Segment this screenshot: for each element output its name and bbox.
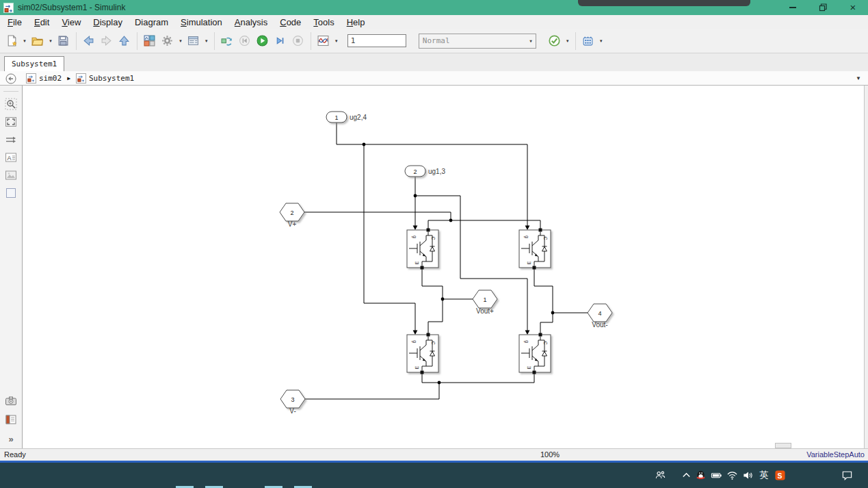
screenshot-camera-icon[interactable] <box>5 395 17 407</box>
emitter-port[interactable] <box>421 371 424 374</box>
dropdown-caret-icon[interactable]: ▼ <box>202 39 211 43</box>
dropdown-caret-icon[interactable]: ▼ <box>332 39 341 43</box>
menu-tools[interactable]: Tools <box>307 16 340 28</box>
window-title: sim02/Subsystem1 - Simulink <box>18 3 125 12</box>
dropdown-caret-icon[interactable]: ▼ <box>564 39 572 43</box>
restore-button[interactable] <box>808 0 838 15</box>
dropdown-caret-icon[interactable]: ▼ <box>21 39 29 43</box>
inport-ug2-4[interactable]: 1ug2,4 <box>326 112 367 123</box>
menu-edit[interactable]: Edit <box>28 16 55 28</box>
menu-file[interactable]: File <box>1 16 28 28</box>
tray-speaker-icon[interactable] <box>741 468 754 482</box>
igbt-bottom-left[interactable]: gCE <box>407 333 438 374</box>
emitter-port[interactable] <box>533 371 536 374</box>
dropdown-caret-icon[interactable]: ▼ <box>597 39 605 43</box>
canvas-scrollbar-corner[interactable] <box>775 443 791 448</box>
hide-explorer-bar-button[interactable] <box>5 73 17 85</box>
nav-back-button[interactable] <box>80 32 98 50</box>
stop-time-input[interactable] <box>347 34 406 47</box>
tray-ime-indicator[interactable]: 英 <box>757 468 771 482</box>
inport-ug1-3[interactable]: 2ug1,3 <box>405 166 445 177</box>
svg-text:S: S <box>777 472 782 479</box>
model-advisor-button[interactable] <box>546 32 564 50</box>
breadcrumb-item-sim02[interactable]: sim02 <box>25 73 63 84</box>
tray-sogou-icon[interactable]: S <box>773 468 787 482</box>
collector-port[interactable] <box>539 229 542 232</box>
new-model-button[interactable] <box>3 32 21 50</box>
wire-v-plus[interactable] <box>304 212 540 230</box>
toolbar-separator <box>575 32 576 50</box>
sim-mode-select[interactable]: Normal▼ <box>419 34 536 49</box>
menu-simulation[interactable]: Simulation <box>174 16 228 28</box>
tray-action-center-icon[interactable] <box>840 468 854 482</box>
zoom-level: 100% <box>540 450 560 459</box>
model-settings-gear-button[interactable] <box>159 32 176 50</box>
connport-vout-plus[interactable]: 1Vout+ <box>473 290 497 315</box>
build-code-button[interactable] <box>579 32 597 50</box>
collector-label: C <box>431 237 436 240</box>
wire-vout-plus[interactable] <box>422 268 473 335</box>
collector-port[interactable] <box>427 333 430 337</box>
more-tools-icon[interactable]: » <box>5 433 17 445</box>
igbt-top-left[interactable]: gCE <box>407 229 438 270</box>
tab-subsystem1[interactable]: Subsystem1 <box>4 56 64 71</box>
annotation-tool-icon[interactable]: A <box>5 151 17 164</box>
tray-battery-icon[interactable] <box>709 468 723 482</box>
igbt-bottom-right[interactable]: gCE <box>519 333 551 374</box>
menu-analysis[interactable]: Analysis <box>228 16 274 28</box>
direction-arrows-icon[interactable] <box>5 133 17 146</box>
connport-v-minus[interactable]: 3V- <box>280 390 305 415</box>
minimize-button[interactable] <box>778 0 808 15</box>
connport-vout-minus[interactable]: 4Vout- <box>588 304 612 329</box>
nav-up-button[interactable] <box>116 32 133 50</box>
image-tool-icon[interactable] <box>5 169 17 181</box>
menu-diagram[interactable]: Diagram <box>129 16 174 28</box>
menu-display[interactable]: Display <box>87 16 129 28</box>
breadcrumb: sim02▶Subsystem1 <box>0 71 868 86</box>
model-browser-icon[interactable] <box>5 413 17 426</box>
breadcrumb-dropdown-icon[interactable]: ▼ <box>856 75 861 81</box>
solver-link[interactable]: VariableStepAuto <box>806 450 865 459</box>
tray-qq-icon[interactable] <box>694 468 707 482</box>
connport-v-plus[interactable]: 2V+ <box>280 203 304 228</box>
emitter-port[interactable] <box>421 266 424 270</box>
emitter-port[interactable] <box>533 266 536 270</box>
close-button[interactable]: × <box>838 0 868 15</box>
step-forward-button[interactable] <box>272 32 289 50</box>
breadcrumb-item-subsystem1[interactable]: Subsystem1 <box>75 73 135 84</box>
zoom-tool-icon[interactable] <box>5 98 17 110</box>
port-number: 1 <box>334 114 338 121</box>
collector-port[interactable] <box>427 229 430 232</box>
update-diagram-button[interactable] <box>218 32 236 50</box>
dropdown-caret-icon[interactable]: ▼ <box>176 39 185 43</box>
tray-wifi-icon[interactable] <box>725 468 739 482</box>
menu-view[interactable]: View <box>55 16 87 28</box>
menu-help[interactable]: Help <box>341 16 371 28</box>
windows-taskbar: eW英S23:502019/5/25 <box>0 463 868 488</box>
wire-vout-minus[interactable] <box>534 268 588 335</box>
save-model-button[interactable] <box>55 32 73 50</box>
open-model-button[interactable] <box>29 32 47 50</box>
wire-v-minus[interactable] <box>305 372 534 399</box>
tray-people-icon[interactable] <box>653 468 667 482</box>
data-inspector-button[interactable] <box>315 32 332 50</box>
fit-to-view-icon[interactable] <box>5 116 17 128</box>
close-icon: × <box>850 0 856 15</box>
emitter-label: E <box>527 261 531 264</box>
collector-port[interactable] <box>539 333 542 337</box>
nav-forward-button[interactable] <box>98 32 116 50</box>
tool-palette: A» <box>0 86 22 448</box>
igbt-top-right[interactable]: gCE <box>519 229 551 270</box>
run-button[interactable] <box>254 32 272 50</box>
port-label: Vout- <box>592 321 607 329</box>
dropdown-caret-icon[interactable]: ▼ <box>47 39 55 43</box>
diagram-canvas[interactable]: gCEgCEgCEgCE 1ug2,42ug1,32V+3V-1Vout+4Vo… <box>23 86 865 448</box>
stop-button[interactable] <box>289 32 307 50</box>
step-back-button[interactable] <box>236 32 254 50</box>
library-browser-button[interactable] <box>141 32 159 50</box>
model-canvas[interactable]: gCEgCEgCEgCE 1ug2,42ug1,32V+3V-1Vout+4Vo… <box>22 86 865 448</box>
menu-code[interactable]: Code <box>274 16 307 28</box>
model-config-button[interactable] <box>185 32 202 50</box>
area-box-tool-icon[interactable] <box>5 187 17 199</box>
tray-chevron-up[interactable] <box>679 468 693 482</box>
